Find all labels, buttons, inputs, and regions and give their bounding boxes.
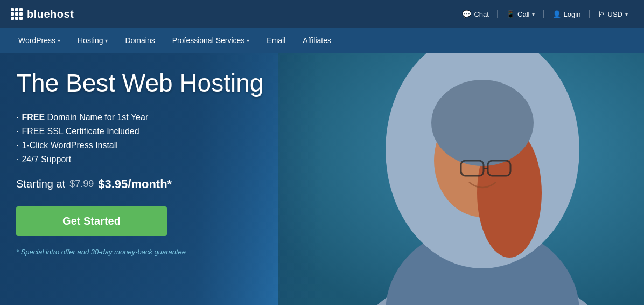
feature-domain-text: FREE Domain Name for 1st Year [22, 113, 148, 122]
nav-items-container: WordPress ▾ Hosting ▾ Domains Profession… [11, 30, 339, 51]
old-price: $7.99 [69, 178, 94, 190]
nav-hosting-label: Hosting [78, 36, 103, 45]
person-svg [278, 53, 644, 305]
top-utilities: 💬 Chat | 📱 Call ▾ | 👤 Login | 🏳 USD ▾ [457, 6, 633, 22]
feature-wordpress-text: 1-Click WordPress Install [22, 141, 117, 150]
currency-selector[interactable]: 🏳 USD ▾ [593, 7, 633, 22]
feature-ssl-text: FREE SSL Certificate Included [22, 127, 139, 136]
call-button[interactable]: 📱 Call ▾ [501, 7, 540, 22]
nav-affiliates-label: Affiliates [303, 36, 331, 45]
bullet-4: · [16, 155, 18, 164]
divider-3: | [588, 9, 590, 19]
nav-item-domains[interactable]: Domains [117, 30, 162, 51]
logo-area[interactable]: bluehost [11, 8, 74, 20]
main-nav: WordPress ▾ Hosting ▾ Domains Profession… [0, 28, 644, 53]
hero-content: The Best Web Hosting · FREE Domain Name … [16, 69, 263, 257]
call-dropdown-arrow: ▾ [532, 11, 535, 17]
nav-email-label: Email [267, 36, 285, 45]
currency-dropdown-arrow: ▾ [625, 11, 628, 17]
login-label: Login [564, 10, 581, 18]
pricing-label: Starting at [16, 178, 65, 190]
currency-label: USD [608, 10, 622, 18]
nav-item-email[interactable]: Email [259, 30, 293, 51]
new-price: $3.95/month* [98, 177, 172, 191]
logo-text[interactable]: bluehost [27, 8, 74, 20]
hosting-dropdown-arrow: ▾ [105, 38, 108, 44]
bullet-3: · [16, 141, 18, 150]
person-icon: 👤 [552, 10, 561, 18]
feature-domain-suffix: Domain Name for 1st Year [47, 113, 149, 122]
feature-ssl: · FREE SSL Certificate Included [16, 127, 263, 136]
free-domain-link[interactable]: FREE [22, 113, 45, 122]
divider-1: | [496, 9, 499, 19]
hero-features-list: · FREE Domain Name for 1st Year · FREE S… [16, 113, 263, 164]
feature-support-text: 24/7 Support [22, 155, 71, 164]
nav-item-professional-services[interactable]: Professional Services ▾ [165, 30, 257, 51]
feature-domain: · FREE Domain Name for 1st Year [16, 113, 263, 122]
chat-button[interactable]: 💬 Chat [457, 6, 494, 22]
nav-item-wordpress[interactable]: WordPress ▾ [11, 30, 68, 51]
divider-2: | [542, 9, 544, 19]
flag-icon: 🏳 [598, 10, 605, 18]
nav-domains-label: Domains [125, 36, 155, 45]
feature-wordpress: · 1-Click WordPress Install [16, 141, 263, 150]
phone-icon: 📱 [506, 10, 515, 18]
chat-label: Chat [474, 10, 488, 18]
login-button[interactable]: 👤 Login [547, 7, 586, 22]
nav-wordpress-label: WordPress [18, 36, 55, 45]
professional-services-dropdown-arrow: ▾ [247, 38, 249, 44]
nav-professional-services-label: Professional Services [172, 36, 245, 45]
nav-item-affiliates[interactable]: Affiliates [295, 30, 339, 51]
hero-title: The Best Web Hosting [16, 69, 263, 98]
feature-support: · 24/7 Support [16, 155, 263, 164]
nav-item-hosting[interactable]: Hosting ▾ [70, 30, 115, 51]
logo-grid-icon [11, 8, 23, 20]
chat-icon: 💬 [462, 10, 471, 18]
pricing-line: Starting at $7.99 $3.95/month* [16, 177, 263, 191]
bullet-1: · [16, 113, 18, 122]
get-started-button[interactable]: Get Started [16, 206, 167, 236]
wordpress-dropdown-arrow: ▾ [58, 38, 60, 44]
svg-point-7 [431, 80, 534, 166]
hero-section: The Best Web Hosting · FREE Domain Name … [0, 53, 644, 305]
call-label: Call [517, 10, 529, 18]
hero-person-image [278, 53, 644, 305]
bullet-2: · [16, 127, 18, 136]
footnote-link[interactable]: * Special intro offer and 30-day money-b… [16, 248, 186, 256]
site-header: bluehost 💬 Chat | 📱 Call ▾ | 👤 Login | 🏳… [0, 0, 644, 28]
